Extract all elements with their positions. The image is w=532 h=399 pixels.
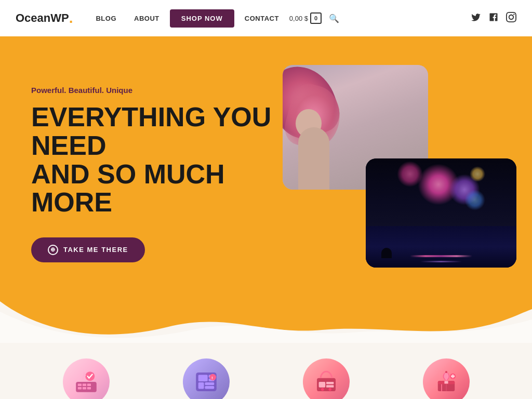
hero-content: Powerful. Beautiful. Unique EVERYTHING Y… <box>31 75 283 262</box>
features-section: Multipurpose Theme ! Elementor Ready <box>0 343 532 399</box>
svg-point-22 <box>328 388 331 391</box>
facebook-icon[interactable] <box>488 12 499 25</box>
svg-text:!: ! <box>211 376 212 380</box>
main-nav: BLOG ABOUT SHOP NOW CONTACT 0,00 $ 0 🔍 <box>88 9 471 28</box>
cart-button[interactable]: 0,00 $ 0 <box>289 12 322 24</box>
svg-rect-9 <box>198 375 207 382</box>
hero-image-2 <box>366 158 516 268</box>
svg-point-21 <box>321 388 324 391</box>
cart-badge: 0 <box>310 12 322 24</box>
svg-rect-14 <box>205 386 214 389</box>
ecommerce-icon <box>303 358 350 399</box>
logo-dot: . <box>69 10 73 26</box>
multipurpose-icon <box>63 358 110 399</box>
header: OceanWP. BLOG ABOUT SHOP NOW CONTACT 0,0… <box>0 0 532 36</box>
svg-rect-1 <box>77 384 81 387</box>
feature-extras: Superb Extras <box>391 358 501 399</box>
elementor-icon: ! <box>183 358 230 399</box>
feature-ecommerce: E-Commerce Ready <box>271 358 381 399</box>
search-icon[interactable]: 🔍 <box>329 14 339 23</box>
svg-rect-29 <box>451 375 455 377</box>
svg-rect-19 <box>326 382 334 384</box>
social-links <box>471 12 516 25</box>
feature-multipurpose: Multipurpose Theme <box>31 358 141 399</box>
cta-circle-icon: ⊕ <box>48 245 58 255</box>
nav-blog[interactable]: BLOG <box>88 10 124 26</box>
svg-rect-20 <box>326 385 334 388</box>
nav-shop[interactable]: SHOP NOW <box>170 9 234 28</box>
svg-rect-5 <box>82 387 86 390</box>
extras-icon <box>423 358 470 399</box>
hero-title: EVERYTHING YOU NEED AND SO MUCH MORE <box>31 103 283 216</box>
svg-rect-3 <box>87 384 90 387</box>
svg-rect-25 <box>445 371 447 373</box>
svg-rect-6 <box>87 387 90 390</box>
cart-price: 0,00 $ <box>289 15 308 22</box>
logo[interactable]: OceanWP. <box>16 10 73 26</box>
wave-divider <box>0 301 532 343</box>
instagram-icon[interactable] <box>506 12 516 25</box>
feature-elementor: ! Elementor Ready <box>151 358 261 399</box>
svg-rect-4 <box>77 387 81 390</box>
hero-subtitle: Powerful. Beautiful. Unique <box>31 86 283 95</box>
hero-cta-button[interactable]: ⊕ TAKE ME THERE <box>31 237 145 262</box>
nav-contact[interactable]: CONTACT <box>237 10 286 26</box>
logo-text: OceanWP <box>16 11 69 25</box>
twitter-icon[interactable] <box>471 12 481 25</box>
hero-section: Powerful. Beautiful. Unique EVERYTHING Y… <box>0 36 532 301</box>
svg-rect-2 <box>82 384 86 387</box>
nav-about[interactable]: ABOUT <box>127 10 167 26</box>
svg-rect-26 <box>444 381 448 383</box>
svg-rect-18 <box>318 382 325 388</box>
svg-rect-13 <box>205 382 214 385</box>
svg-rect-12 <box>198 382 204 389</box>
hero-images <box>283 60 501 278</box>
